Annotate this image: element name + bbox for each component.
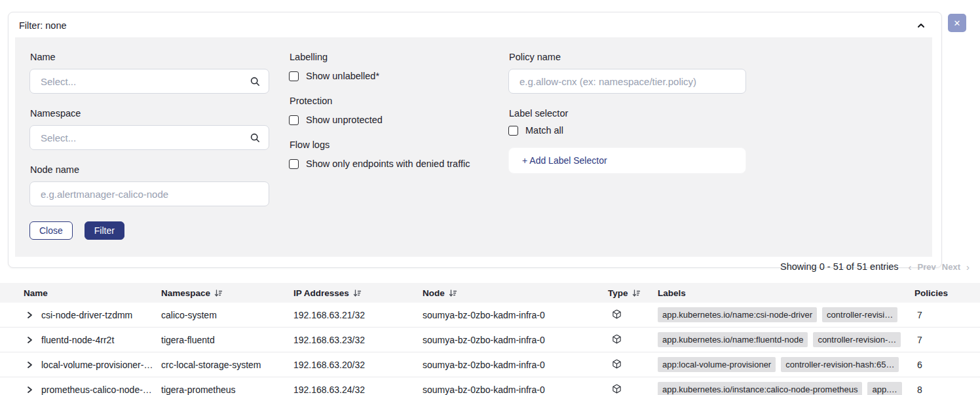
workload-cube-icon [612,334,622,346]
prev-button[interactable]: Prev [918,262,936,272]
denied-traffic-option[interactable]: Show only endpoints with denied traffic [289,159,487,169]
expand-row-chevron-icon[interactable] [25,385,34,394]
sort-icon[interactable] [632,289,641,297]
namespace-select[interactable] [29,125,269,150]
endpoint-node: soumya-bz-0zbo-kadm-infra-0 [423,385,608,395]
filter-panel-header[interactable]: Filter: none [9,12,941,37]
policy-name-input[interactable] [519,76,738,87]
endpoint-namespace: tigera-fluentd [161,335,293,345]
show-unprotected-option[interactable]: Show unprotected [289,115,487,125]
column-header-policies: Policies [914,288,980,298]
denied-traffic-label: Show only endpoints with denied traffic [306,159,470,169]
prev-chevron-icon[interactable]: ‹ [909,262,912,272]
sort-icon[interactable] [214,289,223,297]
label-chip: controller-revision-… [813,332,901,347]
filter-panel: Filter: none Name Namespace Node name [8,12,942,268]
endpoint-name: local-volume-provisioner-… [41,360,153,370]
sort-icon[interactable] [449,289,457,297]
namespace-select-input[interactable] [41,132,244,143]
dismiss-filter-button[interactable]: ✕ [948,14,966,32]
endpoint-name: prometheus-calico-node-… [41,385,152,395]
column-header-namespace[interactable]: Namespace [161,288,293,298]
next-button[interactable]: Next [942,262,960,272]
table-row[interactable]: csi-node-driver-tzdmm calico-system 192.… [0,303,980,328]
label-chip: app.kubernetes.io/name:csi-node-driver [658,307,817,322]
column-header-name[interactable]: Name [0,288,161,298]
labelling-section-label: Labelling [290,52,487,62]
name-select-input[interactable] [41,76,244,87]
label-selector-section-label: Label selector [509,108,746,119]
table-row[interactable]: local-volume-provisioner-… crc-local-sto… [0,352,980,377]
label-chip: controller-revisi… [822,307,897,322]
pager: ‹ Prev Next › [909,262,970,272]
namespace-field-label: Namespace [30,108,269,119]
endpoint-ip: 192.168.63.23/32 [293,335,423,345]
close-icon: ✕ [954,18,961,28]
flow-logs-section-label: Flow logs [290,140,487,150]
search-icon [250,132,261,143]
expand-row-chevron-icon[interactable] [25,310,34,320]
node-name-field[interactable] [29,181,269,206]
show-unlabelled-label: Show unlabelled* [306,71,379,81]
sort-icon[interactable] [353,289,362,297]
filter-column-right: Policy name Label selector Match all + A… [508,52,746,174]
workload-cube-icon [612,384,622,395]
name-field-label: Name [30,52,269,62]
expand-row-chevron-icon[interactable] [25,360,34,369]
endpoint-node: soumya-bz-0zbo-kadm-infra-0 [423,360,608,370]
search-icon [250,76,261,87]
filter-panel-title: Filter: none [19,20,67,31]
endpoint-policies-count: 7 [914,310,980,320]
show-unprotected-label: Show unprotected [306,115,383,125]
match-all-checkbox[interactable] [508,126,518,136]
workload-cube-icon [612,359,622,371]
policy-name-field-label: Policy name [509,52,746,62]
workload-cube-icon [612,309,622,321]
column-header-node[interactable]: Node [423,288,608,298]
endpoint-name: csi-node-driver-tzdmm [41,310,132,320]
add-label-selector-button[interactable]: + Add Label Selector [508,147,746,174]
show-unlabelled-option[interactable]: Show unlabelled* [289,71,487,81]
endpoint-policies-count: 8 [914,385,980,395]
pagination-bar: Showing 0 - 51 of 51 entries ‹ Prev Next… [780,259,970,274]
label-chip: app.… [867,382,901,395]
column-header-ip-addresses[interactable]: IP Addresses [293,288,423,298]
endpoint-namespace: tigera-prometheus [161,385,293,395]
endpoints-table: Name Namespace IP Addresses Node Type [0,283,980,395]
endpoint-node: soumya-bz-0zbo-kadm-infra-0 [423,310,608,320]
close-button[interactable]: Close [29,221,73,240]
show-unprotected-checkbox[interactable] [289,115,299,125]
column-header-type[interactable]: Type [608,288,658,298]
denied-traffic-checkbox[interactable] [289,159,299,169]
match-all-label: Match all [525,125,563,136]
label-chip: controller-revision-hash:65… [781,357,899,372]
label-chip: app.kubernetes.io/instance:calico-node-p… [658,382,862,395]
filter-column-middle: Labelling Show unlabelled* Protection Sh… [289,52,487,183]
endpoint-policies-count: 6 [914,360,980,370]
next-chevron-icon[interactable]: › [966,262,970,272]
match-all-option[interactable]: Match all [508,125,746,136]
chevron-up-icon [916,21,926,30]
column-header-labels: Labels [658,288,914,298]
policy-name-field[interactable] [508,69,746,94]
endpoint-name: fluentd-node-4rr2t [41,335,114,345]
endpoint-namespace: crc-local-storage-system [161,360,293,370]
name-select[interactable] [29,69,269,94]
endpoint-namespace: calico-system [161,310,293,320]
filter-button[interactable]: Filter [85,221,124,240]
label-chip: app:local-volume-provisioner [658,357,776,372]
label-chip: app.kubernetes.io/name:fluentd-node [658,332,808,347]
filter-panel-body: Name Namespace Node name Close Filt [15,37,932,257]
collapse-filter-button[interactable] [914,18,928,33]
node-name-input[interactable] [41,189,261,200]
endpoint-policies-count: 7 [914,335,980,345]
table-header-row: Name Namespace IP Addresses Node Type [0,283,980,303]
endpoint-ip: 192.168.63.21/32 [293,310,423,320]
show-unlabelled-checkbox[interactable] [289,71,299,81]
table-row[interactable]: fluentd-node-4rr2t tigera-fluentd 192.16… [0,328,980,352]
filter-column-left: Name Namespace Node name Close Filt [29,52,269,240]
expand-row-chevron-icon[interactable] [25,335,34,345]
filter-actions: Close Filter [29,221,269,240]
table-row[interactable]: prometheus-calico-node-… tigera-promethe… [0,377,980,395]
endpoint-ip: 192.168.63.24/32 [293,385,423,395]
